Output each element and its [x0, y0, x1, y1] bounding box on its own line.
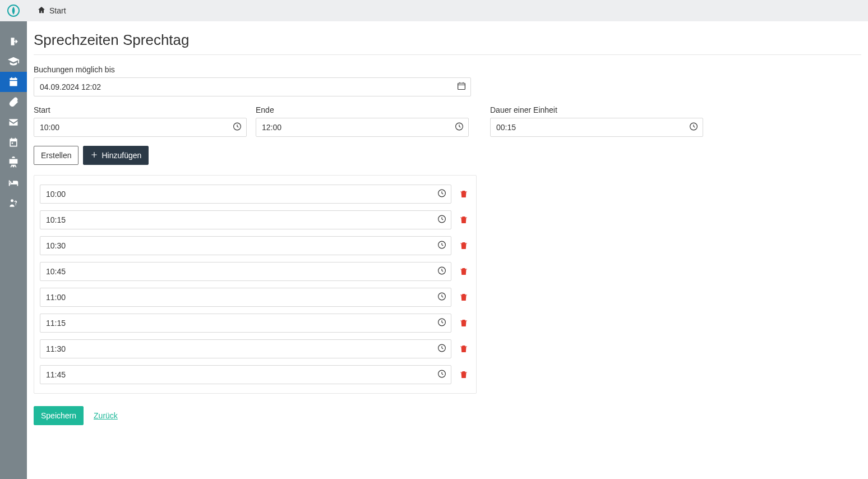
- sidebar-item-stay[interactable]: [0, 173, 27, 193]
- presentation-icon: [7, 156, 20, 169]
- slot-row: [40, 310, 470, 336]
- sidebar-item-calendar[interactable]: [0, 132, 27, 153]
- delete-slot-button[interactable]: [457, 368, 470, 381]
- sidebar: [0, 0, 27, 479]
- delete-slot-button[interactable]: [457, 342, 470, 356]
- paperclip-icon: [8, 96, 19, 108]
- slot-row: [40, 181, 470, 207]
- graduation-cap-icon: [7, 56, 20, 68]
- save-button-label: Speichern: [41, 411, 76, 420]
- envelope-icon: [8, 117, 19, 128]
- sidebar-item-training[interactable]: [0, 153, 27, 173]
- slot-row: [40, 233, 470, 259]
- slot-row: [40, 362, 470, 388]
- end-input[interactable]: [256, 118, 469, 137]
- duration-label: Dauer einer Einheit: [490, 105, 703, 114]
- plus-icon: [90, 151, 98, 160]
- trash-icon: [459, 344, 469, 354]
- slot-row: [40, 207, 470, 233]
- start-input[interactable]: [34, 118, 247, 137]
- slot-row: [40, 259, 470, 284]
- delete-slot-button[interactable]: [457, 316, 470, 330]
- back-link[interactable]: Zurück: [94, 411, 118, 420]
- sidebar-item-attachments[interactable]: [0, 92, 27, 112]
- delete-slot-button[interactable]: [457, 187, 470, 201]
- create-button-label: Erstellen: [41, 151, 71, 160]
- delete-slot-button[interactable]: [457, 213, 470, 227]
- top-bar: Start: [27, 0, 868, 21]
- delete-slot-button[interactable]: [457, 291, 470, 304]
- breadcrumb-home[interactable]: Start: [49, 6, 66, 15]
- slot-time-input[interactable]: [40, 210, 451, 229]
- sidebar-item-consultation-days[interactable]: [0, 72, 27, 92]
- trash-icon: [459, 215, 469, 225]
- trash-icon: [459, 266, 469, 277]
- calendar-outline-icon: [8, 137, 19, 148]
- home-icon: [37, 6, 46, 16]
- slot-time-input[interactable]: [40, 288, 451, 307]
- delete-slot-button[interactable]: [457, 239, 470, 252]
- bed-icon: [7, 177, 20, 189]
- booking-until-label: Buchungen möglich bis: [34, 65, 861, 74]
- sidebar-item-teachers[interactable]: [0, 52, 27, 72]
- app-logo: [0, 0, 27, 21]
- sidebar-item-help[interactable]: [0, 193, 27, 213]
- trash-icon: [459, 241, 469, 251]
- trash-icon: [459, 292, 469, 302]
- page-title: Sprechzeiten Sprechtag: [34, 31, 861, 54]
- add-button-label: Hinzufügen: [101, 151, 141, 160]
- slot-time-input[interactable]: [40, 185, 451, 204]
- sidebar-item-messages[interactable]: [0, 112, 27, 132]
- save-button[interactable]: Speichern: [34, 406, 84, 425]
- slot-time-input[interactable]: [40, 262, 451, 281]
- exit-icon: [8, 36, 19, 47]
- slot-row: [40, 284, 470, 310]
- slot-list: [34, 175, 477, 394]
- slot-row: [40, 336, 470, 362]
- slot-time-input[interactable]: [40, 365, 451, 384]
- slot-time-input[interactable]: [40, 339, 451, 358]
- create-button[interactable]: Erstellen: [34, 146, 79, 165]
- trash-icon: [459, 370, 469, 380]
- person-question-icon: [8, 197, 19, 209]
- calendar-solid-icon: [8, 76, 19, 87]
- booking-until-input[interactable]: [34, 77, 471, 96]
- end-label: Ende: [256, 105, 469, 114]
- sidebar-item-logout[interactable]: [0, 31, 27, 52]
- title-rule: [34, 54, 861, 55]
- delete-slot-button[interactable]: [457, 265, 470, 278]
- slot-time-input[interactable]: [40, 236, 451, 255]
- trash-icon: [459, 318, 469, 328]
- duration-input[interactable]: [490, 118, 703, 137]
- slot-time-input[interactable]: [40, 314, 451, 333]
- main-content: Sprechzeiten Sprechtag Buchungen möglich…: [27, 21, 868, 479]
- add-button[interactable]: Hinzufügen: [83, 146, 149, 165]
- trash-icon: [459, 189, 469, 199]
- start-label: Start: [34, 105, 247, 114]
